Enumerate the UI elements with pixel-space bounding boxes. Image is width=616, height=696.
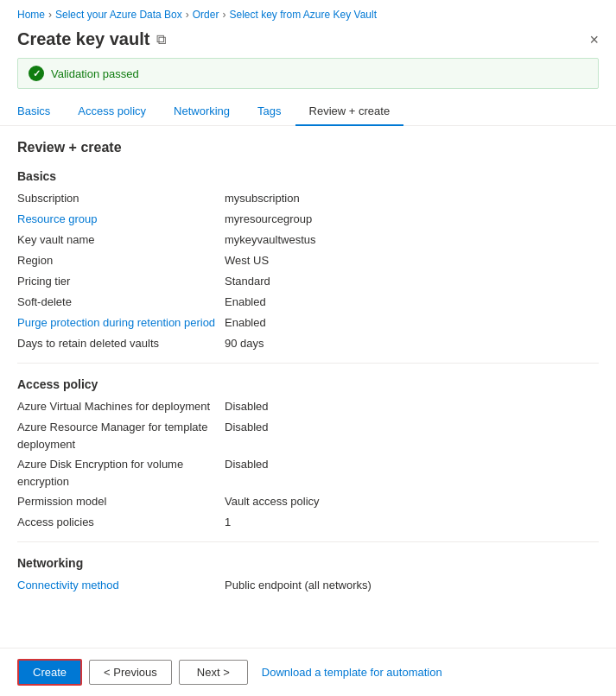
breadcrumb-sep-2: › [186,9,189,21]
tab-networking[interactable]: Networking [160,98,244,126]
networking-section-title: Networking [17,556,599,570]
field-connectivity-method: Connectivity method Public endpoint (all… [17,577,599,594]
field-access-policies-value: 1 [225,514,231,531]
field-region: Region West US [17,252,599,269]
field-resource-group-label: Resource group [17,211,225,228]
field-disk-encryption: Azure Disk Encryption for volume encrypt… [17,456,599,490]
create-key-vault-modal: Home › Select your Azure Data Box › Orde… [0,0,616,696]
field-disk-encryption-label: Azure Disk Encryption for volume encrypt… [17,456,225,490]
field-purge-protection-value: Enabled [225,314,266,332]
field-resource-group: Resource group myresourcegroup [17,211,599,228]
field-subscription: Subscription mysubscription [17,190,599,207]
field-days-retain: Days to retain deleted vaults 90 days [17,335,599,352]
field-days-retain-value: 90 days [225,335,264,352]
close-button[interactable]: × [589,32,599,47]
field-access-policies: Access policies 1 [17,514,599,531]
download-automation-link[interactable]: Download a template for automation [262,661,442,684]
field-key-vault-name-label: Key vault name [17,231,225,249]
field-subscription-value: mysubscription [225,190,300,207]
breadcrumb-select-data-box[interactable]: Select your Azure Data Box [55,9,182,21]
breadcrumb-home[interactable]: Home [17,9,45,21]
field-pricing-tier-label: Pricing tier [17,273,225,290]
field-connectivity-method-value: Public endpoint (all networks) [225,577,372,594]
divider-1 [17,363,599,364]
tab-tags[interactable]: Tags [244,98,295,126]
breadcrumb-sep-3: › [222,9,225,21]
breadcrumb-select-key[interactable]: Select key from Azure Key Vault [229,9,377,21]
modal-header: Create key vault ⧉ × [0,26,616,58]
field-soft-delete: Soft-delete Enabled [17,294,599,311]
footer: Create < Previous Next > Download a temp… [0,648,616,696]
copy-icon[interactable]: ⧉ [156,32,166,47]
field-disk-encryption-value: Disabled [225,456,269,473]
breadcrumb-sep-1: › [48,9,52,21]
field-soft-delete-label: Soft-delete [17,294,225,311]
breadcrumb: Home › Select your Azure Data Box › Orde… [0,0,616,26]
field-key-vault-name-value: mykeyvaultwestus [225,231,315,249]
field-access-policies-label: Access policies [17,514,225,531]
field-key-vault-name: Key vault name mykeyvaultwestus [17,231,599,249]
field-connectivity-method-label: Connectivity method [17,577,225,594]
validation-check-icon [29,66,44,81]
field-subscription-label: Subscription [17,190,225,207]
field-vm-deployment: Azure Virtual Machines for deployment Di… [17,398,599,415]
field-vm-deployment-label: Azure Virtual Machines for deployment [17,398,225,415]
field-permission-model-label: Permission model [17,493,225,510]
field-arm-deployment-value: Disabled [225,419,269,436]
basics-section-title: Basics [17,169,599,183]
divider-2 [17,541,599,542]
tab-bar: Basics Access policy Networking Tags Rev… [0,98,616,126]
field-region-value: West US [225,252,269,269]
tab-basics[interactable]: Basics [17,98,64,126]
section-review-create-title: Review + create [17,140,599,155]
tab-access-policy[interactable]: Access policy [64,98,160,126]
next-button[interactable]: Next > [179,660,248,685]
content-area: Review + create Basics Subscription mysu… [0,126,616,648]
field-region-label: Region [17,252,225,269]
field-permission-model: Permission model Vault access policy [17,493,599,510]
page-title: Create key vault [17,29,149,49]
field-pricing-tier: Pricing tier Standard [17,273,599,290]
breadcrumb-order[interactable]: Order [193,9,219,21]
field-days-retain-label: Days to retain deleted vaults [17,335,225,352]
field-pricing-tier-value: Standard [225,273,270,290]
field-arm-deployment: Azure Resource Manager for template depl… [17,419,599,452]
tab-review-create[interactable]: Review + create [295,98,404,126]
field-purge-protection-label: Purge protection during retention period [17,314,225,332]
field-soft-delete-value: Enabled [225,294,266,311]
field-vm-deployment-value: Disabled [225,398,269,415]
field-purge-protection: Purge protection during retention period… [17,314,599,332]
create-button[interactable]: Create [17,659,82,686]
validation-banner: Validation passed [17,58,599,89]
field-permission-model-value: Vault access policy [225,493,320,510]
field-arm-deployment-label: Azure Resource Manager for template depl… [17,419,225,452]
field-resource-group-value: myresourcegroup [225,211,312,228]
validation-text: Validation passed [51,67,139,80]
previous-button[interactable]: < Previous [89,660,172,685]
header-left: Create key vault ⧉ [17,29,166,49]
access-policy-section-title: Access policy [17,377,599,391]
